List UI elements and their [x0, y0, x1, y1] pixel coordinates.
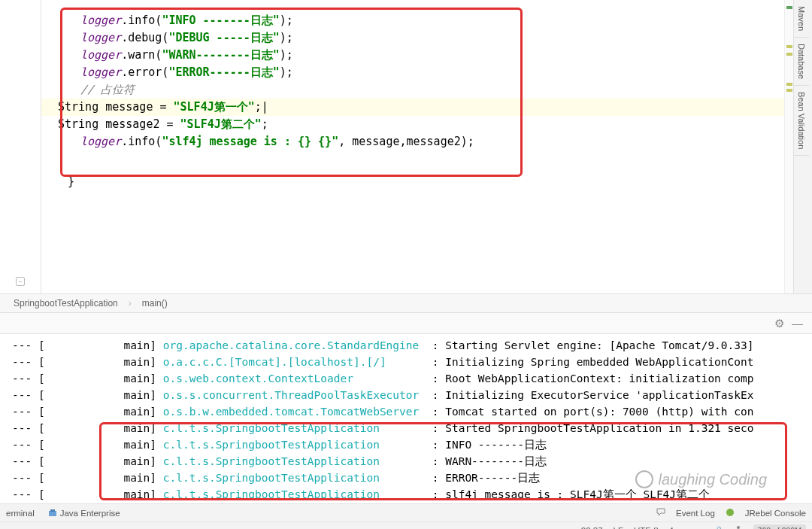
code-content: logger.info("INFO -------日志"); logger.de…: [80, 12, 474, 150]
closing-brace: }: [68, 175, 74, 188]
hide-icon[interactable]: —: [792, 317, 803, 330]
tool-database[interactable]: Database: [794, 38, 809, 86]
breadcrumb: SpringbootTestApplication › main(): [0, 293, 812, 313]
console-row: --- [ main] c.l.t.s.SpringbootTestApplic…: [12, 436, 812, 453]
jrebel-icon: [726, 508, 735, 518]
console-row: --- [ main] o.s.s.concurrent.ThreadPoolT…: [12, 387, 812, 403]
gutter: −: [0, 0, 41, 293]
lock-icon[interactable]: 🔒: [714, 526, 723, 529]
svg-rect-0: [49, 511, 56, 516]
marker-warn: [786, 45, 792, 48]
watermark-icon: [635, 470, 653, 488]
status-line-sep[interactable]: LF: [614, 526, 623, 530]
status-indent[interactable]: 4 spaces: [669, 526, 704, 530]
console-row: --- [ main] o.s.web.context.ContextLoade…: [12, 370, 812, 387]
tab-terminal[interactable]: erminal: [6, 509, 35, 518]
console-row: --- [ main] o.s.b.w.embedded.tomcat.Tomc…: [12, 403, 812, 420]
tool-maven[interactable]: Maven: [794, 0, 809, 38]
balloon-icon: [656, 508, 665, 518]
marker-warn: [786, 89, 792, 92]
console-row: --- [ main] c.l.t.s.SpringbootTestApplic…: [12, 453, 812, 470]
gear-icon[interactable]: ⚙: [774, 317, 784, 330]
console-row: --- [ main] c.l.t.s.SpringbootTestApplic…: [12, 486, 812, 503]
console-row: --- [ main] o.a.c.c.C.[Tomcat].[localhos…: [12, 354, 812, 370]
tab-java-enterprise[interactable]: Java Enterprise: [60, 509, 120, 518]
error-stripe[interactable]: [784, 0, 793, 293]
status-encoding[interactable]: UTF-8: [634, 526, 659, 530]
status-time: 22:37: [581, 526, 603, 530]
marker-warn: [786, 83, 792, 86]
breadcrumb-method[interactable]: main(): [142, 298, 168, 309]
breadcrumb-class[interactable]: SpringbootTestApplication: [14, 298, 118, 309]
fold-icon[interactable]: −: [16, 277, 25, 286]
svg-point-3: [737, 526, 740, 529]
console-toolbar: ⚙ —: [0, 313, 812, 334]
console-row: --- [ main] c.l.t.s.SpringbootTestApplic…: [12, 420, 812, 436]
tool-bean-validation[interactable]: Bean Validation: [794, 86, 809, 156]
status-memory[interactable]: 768 of 989M: [753, 524, 806, 530]
watermark: laughing Coding: [635, 470, 767, 488]
java-ee-icon: [48, 509, 57, 518]
tab-event-log[interactable]: Event Log: [676, 509, 715, 518]
code-editor[interactable]: logger.info("INFO -------日志"); logger.de…: [41, 0, 784, 293]
console-row: --- [ main] org.apache.catalina.core.Sta…: [12, 337, 812, 354]
watermark-text: laughing Coding: [658, 471, 767, 488]
marker-ok: [786, 6, 792, 9]
tool-window-bar: erminal Java Enterprise Event Log JRebel…: [0, 503, 812, 521]
status-bar: 22:37 LF UTF-8 4 spaces 🔒 768 of 989M: [0, 521, 812, 529]
breadcrumb-sep: ›: [129, 298, 132, 309]
svg-rect-1: [50, 509, 55, 512]
hector-icon[interactable]: [734, 525, 743, 530]
marker-warn: [786, 53, 792, 56]
svg-point-2: [726, 509, 734, 516]
editor-area: − logger.info("INFO -------日志"); logger.…: [0, 0, 812, 293]
right-tool-buttons: Maven Database Bean Validation: [793, 0, 812, 293]
tab-jrebel-console[interactable]: JRebel Console: [745, 509, 806, 518]
